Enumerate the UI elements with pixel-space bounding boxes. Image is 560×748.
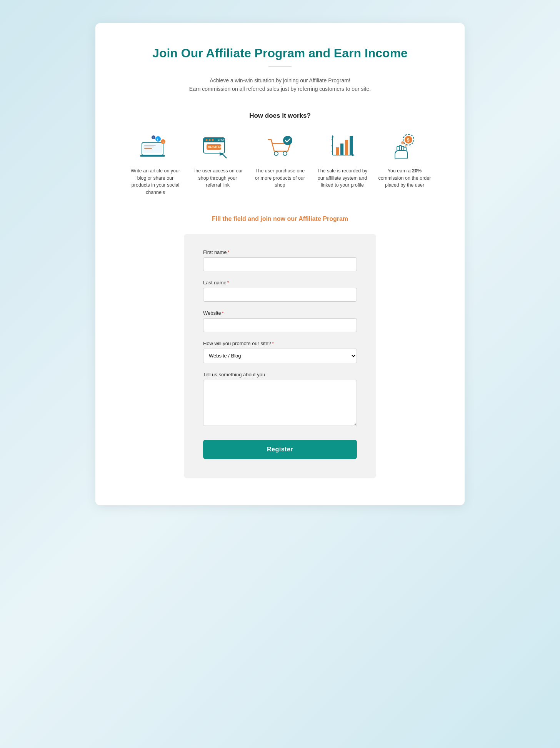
promote-label: How will you promote our site?* (203, 341, 357, 346)
page-title: Join Our Affiliate Program and Earn Inco… (126, 46, 434, 60)
svg-point-15 (209, 139, 211, 141)
promote-required: * (272, 341, 274, 346)
about-group: Tell us something about you (203, 372, 357, 427)
promote-group: How will you promote our site?* Website … (203, 341, 357, 363)
svg-rect-5 (140, 155, 165, 157)
first-name-required: * (227, 249, 229, 255)
first-name-group: First name* (203, 249, 357, 271)
svg-point-22 (283, 152, 287, 155)
first-name-label: First name* (203, 249, 357, 255)
last-name-input[interactable] (203, 288, 357, 302)
svg-point-23 (283, 136, 292, 145)
step-1: t in f Write an article on your blog or … (126, 131, 185, 196)
svg-marker-26 (332, 135, 334, 137)
title-divider (268, 66, 292, 67)
step-1-icon: t in f (136, 131, 175, 162)
step-4-icon (323, 131, 362, 162)
step-5-icon: $ (385, 131, 424, 162)
svg-text:REFER LINK: REFER LINK (208, 145, 224, 148)
svg-rect-28 (336, 147, 339, 155)
step-2-desc: The user access on our shop through your… (191, 167, 245, 189)
step-2-icon: SHOP REFER LINK (198, 131, 237, 162)
svg-point-21 (274, 152, 278, 155)
svg-text:$: $ (407, 137, 410, 143)
website-required: * (222, 310, 224, 316)
svg-point-16 (212, 139, 214, 141)
how-title: How does it works? (126, 112, 434, 120)
svg-text:t: t (157, 138, 158, 141)
step-3-icon (261, 131, 299, 162)
svg-point-14 (206, 139, 208, 141)
step-2: SHOP REFER LINK The user access on our s… (188, 131, 247, 189)
steps-row: t in f Write an article on your blog or … (126, 131, 434, 196)
registration-form-card: First name* Last name* Website* How will… (184, 234, 376, 478)
svg-rect-4 (144, 148, 152, 149)
svg-text:f: f (153, 137, 153, 139)
svg-rect-30 (345, 140, 348, 155)
svg-line-20 (222, 153, 227, 158)
svg-text:in: in (162, 141, 164, 144)
last-name-group: Last name* (203, 280, 357, 302)
subtitle-line1: Achieve a win-win situation by joining o… (210, 77, 350, 83)
svg-rect-2 (144, 145, 156, 146)
svg-point-39 (405, 144, 407, 147)
first-name-input[interactable] (203, 257, 357, 271)
step-3-desc: The user purchase one or more products o… (253, 167, 307, 189)
about-label: Tell us something about you (203, 372, 357, 377)
svg-point-38 (401, 141, 404, 144)
step-4-desc: The sale is recorded by our affiliate sy… (315, 167, 369, 189)
svg-point-6 (155, 136, 161, 142)
last-name-required: * (227, 280, 229, 286)
subtitle: Achieve a win-win situation by joining o… (126, 76, 434, 94)
step-5-desc: You earn a 20% commission on the order p… (378, 167, 432, 189)
website-input[interactable] (203, 318, 357, 332)
svg-point-10 (152, 135, 155, 139)
svg-rect-31 (350, 136, 353, 155)
svg-text:SHOP: SHOP (218, 139, 225, 141)
cta-text: Fill the field and join now our Affiliat… (126, 215, 434, 222)
subtitle-line2: Earn commission on all referred sales ju… (189, 86, 371, 92)
promote-select[interactable]: Website / Blog Social Media Email Other (203, 349, 357, 363)
last-name-label: Last name* (203, 280, 357, 286)
website-label: Website* (203, 310, 357, 316)
register-button[interactable]: Register (203, 440, 357, 459)
svg-rect-29 (340, 144, 343, 155)
about-textarea[interactable] (203, 380, 357, 426)
main-card: Join Our Affiliate Program and Earn Inco… (95, 23, 465, 505)
svg-rect-3 (144, 147, 154, 147)
step-1-desc: Write an article on your blog or share o… (128, 167, 182, 196)
website-group: Website* (203, 310, 357, 332)
step-4: The sale is recorded by our affiliate sy… (313, 131, 372, 189)
step-5: $ You earn a 20% commission on the order… (375, 131, 434, 189)
step-3: The user purchase one or more products o… (251, 131, 309, 189)
